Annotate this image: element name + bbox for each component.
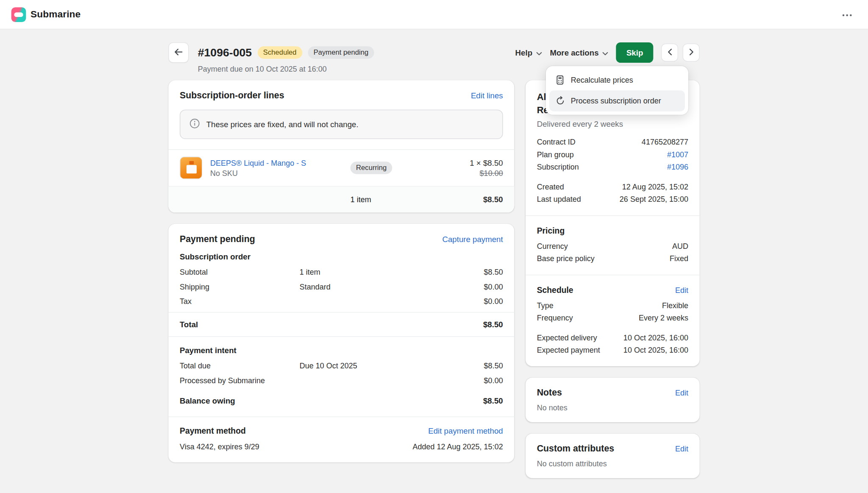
submarine-logo-icon: [11, 7, 26, 22]
topbar: Submarine: [0, 0, 868, 29]
calculator-icon: [555, 75, 565, 85]
summary-row-tax: Tax $0.00: [168, 296, 514, 307]
row-value: 10 Oct 2025, 16:00: [623, 332, 688, 344]
intent-row-total-due: Total due Due 10 Oct 2025 $8.50: [168, 361, 514, 371]
payment-method-added: Added 12 Aug 2025, 15:02: [412, 443, 503, 451]
notes-title: Notes: [537, 388, 562, 398]
schedule-row-expected-payment: Expected payment 10 Oct 2025, 16:00: [537, 345, 688, 356]
order-lines-summary: 1 item $8.50: [168, 186, 514, 213]
row-value: Fixed: [670, 253, 688, 265]
capture-payment-link[interactable]: Capture payment: [442, 234, 503, 243]
row-label: Created: [537, 181, 564, 193]
product-sku: No SKU: [210, 169, 351, 178]
schedule-row-type: Type Flexible: [537, 300, 688, 312]
edit-lines-link[interactable]: Edit lines: [471, 91, 503, 100]
row-value: AUD: [672, 241, 688, 252]
overflow-menu-button[interactable]: [837, 7, 857, 22]
page-content: #1096-005 Scheduled Payment pending Paym…: [168, 42, 699, 478]
row-label: Currency: [537, 241, 568, 252]
row-amount: $0.00: [484, 375, 503, 386]
summary-row-subtotal: Subtotal 1 item $8.50: [168, 267, 514, 277]
delivery-frequency-text: Delivered every 2 weeks: [537, 119, 688, 128]
menu-item-process-subscription-order[interactable]: Process subscription order: [549, 90, 685, 111]
row-label: Expected payment: [537, 345, 600, 356]
back-button[interactable]: [168, 42, 189, 63]
fixed-prices-banner: These prices are fixed, and will not cha…: [180, 110, 503, 139]
product-info: DEEPS® Liquid - Mango - S No SKU: [210, 158, 351, 177]
line-quantity-price: 1 × $8.50: [435, 158, 503, 167]
card-title: Subscription-order lines: [180, 90, 284, 100]
payment-method-card: Visa 4242, expires 9/29: [180, 443, 259, 451]
edit-payment-method-link[interactable]: Edit payment method: [428, 426, 503, 435]
subscription-order-heading: Subscription order: [180, 252, 503, 261]
timestamp-row-created: Created 12 Aug 2025, 15:02: [537, 181, 688, 193]
payment-method-section: Payment method Edit payment method Visa …: [168, 417, 514, 462]
payment-intent-heading: Payment intent: [180, 346, 503, 355]
row-label: Expected delivery: [537, 332, 597, 344]
menu-item-recalculate-prices[interactable]: Recalculate prices: [549, 70, 685, 90]
line-badge-column: Recurring: [351, 162, 435, 174]
row-label: Total due: [180, 361, 300, 371]
notes-card: Notes Edit No notes: [526, 378, 700, 422]
line-original-price: $10.00: [435, 169, 503, 178]
custom-attributes-title: Custom attributes: [537, 444, 615, 454]
page-title: #1096-005: [198, 46, 252, 59]
next-order-button[interactable]: [683, 44, 700, 62]
help-button[interactable]: Help: [515, 48, 542, 57]
row-amount: $8.50: [484, 361, 503, 371]
row-label: Contract ID: [537, 137, 576, 148]
chevron-down-icon: [536, 48, 542, 57]
ref-row-contract-id: Contract ID 41765208277: [537, 137, 688, 148]
edit-notes-link[interactable]: Edit: [675, 389, 688, 397]
row-value: 41765208277: [642, 137, 688, 148]
header-actions: Help More actions Skip: [515, 42, 700, 63]
ref-row-subscription: Subscription #1096: [537, 162, 688, 173]
app-viewport: Submarine #1096-005 Scheduled Payment pe…: [0, 0, 868, 493]
row-amount: $8.50: [484, 267, 503, 277]
menu-item-label: Recalculate prices: [571, 76, 633, 84]
skip-button[interactable]: Skip: [616, 42, 653, 63]
pricing-heading: Pricing: [537, 226, 688, 235]
line-price-column: 1 × $8.50 $10.00: [435, 158, 503, 177]
summary-row-shipping: Shipping Standard $0.00: [168, 281, 514, 292]
subscription-summary-card: Al Re Delivered every 2 weeks Contract I…: [526, 80, 700, 366]
row-label: Plan group: [537, 149, 574, 161]
row-detail: Due 10 Oct 2025: [300, 361, 484, 371]
payment-card: Payment pending Capture payment Subscrip…: [168, 224, 514, 462]
balance-owing-row: Balance owing $8.50: [168, 396, 514, 405]
more-actions-menu: Recalculate prices Process subscription …: [546, 66, 688, 115]
plan-group-link[interactable]: #1007: [667, 149, 688, 161]
more-actions-button[interactable]: More actions: [550, 48, 608, 57]
line-item: DEEPS® Liquid - Mango - S No SKU Recurri…: [168, 149, 514, 186]
row-label: Base price policy: [537, 253, 595, 265]
row-amount: $0.00: [484, 281, 503, 292]
brand-name: Submarine: [31, 9, 81, 20]
status-badge-scheduled: Scheduled: [258, 46, 302, 58]
card-title: Payment pending: [180, 234, 255, 244]
process-icon: [555, 96, 565, 106]
row-label: Type: [537, 300, 554, 312]
product-title-link[interactable]: DEEPS® Liquid - Mango - S: [210, 159, 306, 167]
summary-item-count: 1 item: [351, 195, 435, 204]
schedule-heading: Schedule: [537, 285, 573, 294]
balance-amount: $8.50: [483, 396, 503, 405]
more-actions-button-label: More actions: [550, 48, 598, 57]
edit-schedule-link[interactable]: Edit: [675, 286, 688, 294]
balance-label: Balance owing: [180, 396, 235, 405]
row-label: Processed by Submarine: [180, 375, 300, 386]
row-detail: [300, 375, 484, 386]
row-label: Frequency: [537, 312, 573, 324]
timestamp-row-last-updated: Last updated 26 Sept 2025, 15:00: [537, 194, 688, 205]
row-value: 26 Sept 2025, 15:00: [620, 194, 688, 205]
sidebar-column: Al Re Delivered every 2 weeks Contract I…: [526, 80, 700, 478]
info-icon: [189, 118, 200, 131]
row-value: Flexible: [662, 300, 688, 312]
chevron-left-icon: [668, 48, 671, 57]
row-detail: 1 item: [300, 267, 484, 277]
subscription-link[interactable]: #1096: [667, 162, 688, 173]
ellipsis-icon: [842, 10, 852, 19]
schedule-section: Schedule Edit Type Flexible Frequency Ev…: [526, 275, 700, 366]
edit-custom-attributes-link[interactable]: Edit: [675, 445, 688, 453]
previous-order-button[interactable]: [661, 44, 678, 62]
payment-method-heading: Payment method: [180, 426, 246, 435]
